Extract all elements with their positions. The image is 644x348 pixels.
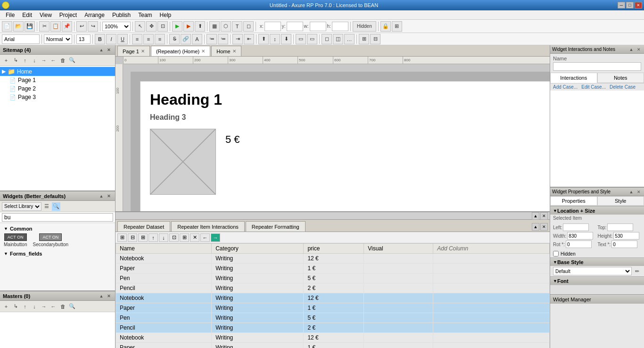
cell-category[interactable]: Writing (212, 283, 304, 293)
paste-btn[interactable]: 📌 (62, 21, 72, 32)
cell-visual[interactable] (364, 313, 433, 323)
sitemap-delete-btn[interactable]: 🗑 (58, 56, 67, 65)
cell-price[interactable]: 1 € (304, 264, 364, 273)
widgets-search-input[interactable] (2, 213, 113, 222)
rep-btn-grid2[interactable]: ⊟ (128, 233, 137, 242)
play-btn[interactable]: ▶ (172, 21, 182, 32)
widget-mainbutton[interactable]: ACT ON Mainbutton (4, 233, 27, 247)
cell-category[interactable]: Writing (212, 313, 304, 323)
tab-repeater-close[interactable]: ✕ (201, 49, 205, 54)
rep-btn-left[interactable]: ← (200, 233, 210, 242)
interactions-close-btn[interactable]: ✕ (636, 46, 642, 53)
sitemap-down-btn[interactable]: ↓ (30, 56, 39, 65)
top-input[interactable] (607, 224, 633, 231)
menu-edit[interactable]: Edit (18, 11, 36, 19)
more-style-btn[interactable]: … (344, 34, 355, 44)
repeater-formatting-tab[interactable]: Repeater Formatting (246, 221, 305, 232)
outdent-btn[interactable]: ⇤ (244, 34, 254, 44)
cell-name[interactable]: Pencil (116, 323, 212, 333)
menu-arrange[interactable]: Arrange (81, 11, 108, 19)
maximize-button[interactable]: □ (626, 2, 634, 8)
masters-indent-btn[interactable]: → (40, 302, 48, 311)
masters-delete-btn[interactable]: 🗑 (58, 302, 67, 311)
fill-color-btn[interactable]: ▭ (296, 34, 306, 44)
cell-category[interactable]: Writing (212, 264, 304, 273)
move-btn[interactable]: ✥ (146, 21, 157, 32)
sitemap-up-btn[interactable]: ↑ (21, 56, 29, 65)
font-size-input[interactable] (76, 34, 91, 44)
tab-home[interactable]: Home ✕ (211, 46, 241, 56)
strikethrough-btn[interactable]: S̶ (169, 34, 180, 44)
sitemap-expand-btn[interactable]: ▲ (98, 47, 105, 53)
unorder-list-btn[interactable]: ≔ (218, 34, 228, 44)
x-input[interactable] (264, 22, 281, 31)
hidden-checkbox[interactable] (553, 251, 559, 257)
bold-btn[interactable]: B (95, 34, 105, 44)
align-left-btn[interactable]: ≡ (132, 34, 142, 44)
tab-page1[interactable]: Page 1 ✕ (117, 46, 150, 56)
cell-category[interactable]: Writing (212, 323, 304, 333)
rep-btn-all[interactable]: ⊞ (138, 233, 148, 242)
cell-category[interactable]: Writing (212, 333, 304, 343)
masters-up-btn[interactable]: ↑ (21, 302, 29, 311)
product-image[interactable] (150, 129, 216, 195)
hidden-toggle[interactable]: Hidden (353, 21, 376, 32)
widget-btn[interactable]: ▦ (209, 21, 220, 32)
cell-visual[interactable] (364, 293, 433, 303)
interactions-tab[interactable]: Interactions (550, 73, 597, 83)
delete-case-link[interactable]: Delete Case (610, 84, 636, 90)
shape-btn[interactable]: ◻ (243, 21, 254, 32)
bottom-collapse-btn[interactable]: ▲ (532, 212, 539, 220)
widgets-search-active-btn[interactable]: 🔍 (52, 202, 60, 211)
text-btn[interactable]: T (232, 21, 242, 32)
sitemap-indent-btn[interactable]: → (40, 56, 48, 65)
font-style-select[interactable]: Normal (44, 34, 72, 44)
cell-visual[interactable] (364, 283, 433, 293)
masters-search-btn[interactable]: 🔍 (68, 302, 76, 311)
cell-name[interactable]: Notebook (116, 333, 212, 343)
base-style-edit-btn[interactable]: ✏ (633, 267, 641, 275)
bottom-close-btn[interactable]: ✕ (540, 212, 548, 220)
open-btn[interactable]: 📂 (13, 21, 24, 32)
rep-btn-del[interactable]: ✕ (190, 233, 199, 242)
shadow-btn[interactable]: ◫ (333, 34, 343, 44)
menu-team[interactable]: Team (134, 11, 156, 19)
col-add-header[interactable]: Add Column (433, 244, 550, 254)
cell-category[interactable]: Writing (212, 273, 304, 283)
rep-btn-up[interactable]: ↑ (149, 233, 158, 242)
distribute-btn[interactable]: ⊟ (370, 34, 380, 44)
save-btn[interactable]: 💾 (25, 21, 35, 32)
sitemap-item-page1[interactable]: 📄 Page 1 (0, 76, 115, 84)
height-input[interactable] (613, 232, 639, 240)
cell-name[interactable]: Paper (116, 303, 212, 313)
valign-mid-btn[interactable]: ↕ (270, 34, 280, 44)
sitemap-close-btn[interactable]: ✕ (106, 47, 112, 53)
base-style-select[interactable]: Default (553, 267, 632, 275)
cell-visual[interactable] (364, 333, 433, 343)
cell-category[interactable]: Writing (212, 254, 304, 264)
tab-repeater-home[interactable]: (Repeater) (Home) ✕ (151, 46, 210, 56)
cell-visual[interactable] (364, 273, 433, 283)
bottom-expand-btn2[interactable]: ▲ (532, 223, 539, 231)
notes-tab[interactable]: Notes (597, 73, 644, 83)
italic-btn[interactable]: I (106, 34, 116, 44)
widget-secondarybutton[interactable]: ACT ON Secondarybutton (33, 233, 68, 247)
width-input[interactable] (567, 232, 593, 240)
cell-visual[interactable] (364, 254, 433, 264)
bottom-close-btn2[interactable]: ✕ (540, 223, 548, 231)
cell-price[interactable]: 2 € (304, 323, 364, 333)
cell-price[interactable]: 2 € (304, 283, 364, 293)
zoom-select[interactable]: 100% (102, 22, 131, 31)
canvas-content[interactable]: Heading 1 Heading 3 5 € Buy now (131, 72, 550, 211)
cell-price[interactable]: 12 € (304, 254, 364, 264)
cell-price[interactable]: 12 € (304, 293, 364, 303)
cell-visual[interactable] (364, 343, 433, 348)
cell-visual[interactable] (364, 303, 433, 313)
menu-publish[interactable]: Publish (108, 11, 134, 19)
cell-category[interactable]: Writing (212, 343, 304, 348)
cell-category[interactable]: Writing (212, 293, 304, 303)
sitemap-outdent-btn[interactable]: ← (49, 56, 58, 65)
properties-tab[interactable]: Properties (550, 196, 597, 206)
cell-name[interactable]: Paper (116, 343, 212, 348)
price-label[interactable]: 5 € (225, 129, 240, 146)
